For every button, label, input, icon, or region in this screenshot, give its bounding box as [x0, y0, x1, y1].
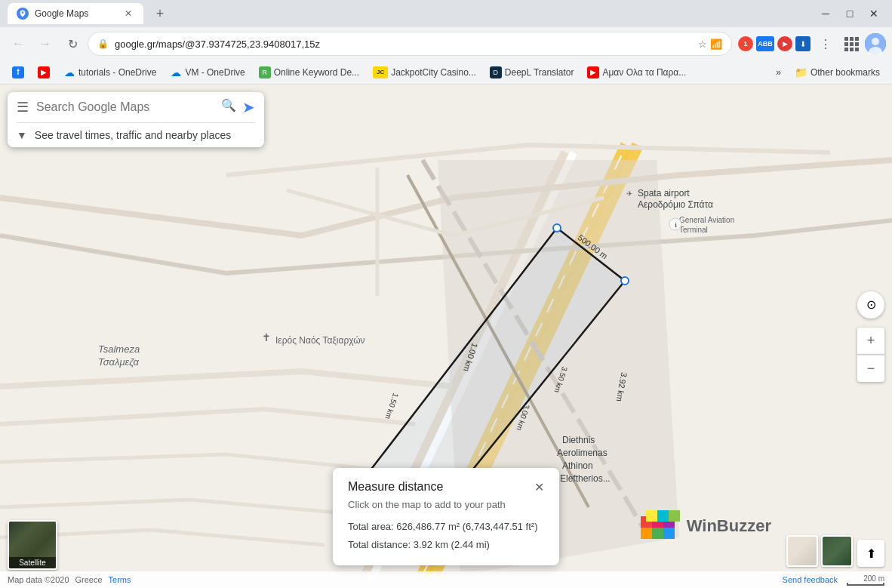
map-status-right: Send feedback 200 m	[783, 574, 884, 586]
profile-avatar[interactable]	[865, 33, 886, 54]
ext-icon1[interactable]: ABB	[756, 36, 774, 51]
zoom-out-button[interactable]: −	[857, 355, 884, 382]
scale-bar: 200 m	[847, 574, 884, 586]
bookmark-deepl[interactable]: D DeepL Translator	[484, 64, 580, 81]
map-container[interactable]: 500.00 m 3.92 km 1.00 km 2.50 km 1.50 km…	[0, 85, 892, 588]
bookmarks-bar: f ▶ ☁ tutorials - OneDrive ☁ VM - OneDri…	[0, 60, 892, 85]
svg-rect-7	[844, 48, 848, 51]
svg-text:✝: ✝	[262, 331, 271, 343]
region-text: Greece	[75, 575, 103, 584]
apps-icon[interactable]	[841, 33, 862, 54]
directions-icon[interactable]: ➤	[242, 98, 255, 116]
browser-tab-active[interactable]: Google Maps ✕	[8, 3, 143, 24]
search-icon[interactable]: 🔍	[221, 98, 236, 116]
address-bar[interactable]: 🔒 google.gr/maps/@37.9374725,23.9408017,…	[88, 32, 732, 56]
my-location-button[interactable]: ⊙	[857, 291, 884, 319]
popup-data: Total area: 626,486.77 m² (6,743,447.51 …	[348, 518, 544, 553]
lock-icon: 🔒	[97, 38, 109, 49]
feedback-link[interactable]: Send feedback	[783, 575, 838, 584]
bookmark-facebook[interactable]: f	[6, 64, 30, 81]
more-button[interactable]: ⋮	[814, 32, 838, 56]
svg-rect-49	[641, 528, 652, 539]
svg-rect-4	[844, 42, 848, 46]
satellite-layer[interactable]	[821, 535, 853, 567]
road-map-layer[interactable]	[786, 535, 818, 567]
winbuzzer-cube-icon	[641, 509, 682, 543]
road-map-thumb[interactable]	[786, 535, 818, 567]
od2-icon: ☁	[170, 66, 182, 79]
popup-header: Measure distance ✕	[348, 480, 544, 494]
cast-icon[interactable]: 📶	[710, 38, 722, 50]
close-button[interactable]: ✕	[863, 3, 884, 24]
svg-text:Eleftherios...: Eleftherios...	[560, 473, 611, 484]
bookmark-youtube[interactable]: ▶	[32, 64, 56, 81]
zoom-in-button[interactable]: +	[857, 328, 884, 355]
satellite-thumb-label: Satellite	[9, 557, 56, 568]
reload-button[interactable]: ↻	[60, 32, 85, 56]
nav-right: 1 ABB ▶ ⬇ ⋮	[738, 32, 886, 56]
bookmark-label: Αμαν Ολα τα Παρα...	[602, 67, 686, 78]
copyright-text: Map data ©2020	[8, 575, 69, 584]
popup-subtitle: Click on the map to add to your path	[348, 499, 544, 510]
search-panel: ☰ 🔍 ➤ ▼ See travel times, traffic and ne…	[8, 92, 264, 147]
search-box: ☰ 🔍 ➤ ▼ See travel times, traffic and ne…	[8, 92, 264, 147]
svg-rect-9	[855, 48, 859, 51]
ext-icon3[interactable]: ⬇	[795, 36, 810, 51]
svg-text:Ιερός Ναός Ταξιαρχών: Ιερός Ναός Ταξιαρχών	[275, 335, 365, 346]
chevron-down-icon: ▼	[17, 129, 27, 141]
svg-point-17	[621, 277, 629, 285]
bookmark-keyword[interactable]: R Online Keyword De...	[253, 64, 365, 81]
svg-rect-54	[669, 510, 680, 522]
svg-text:General Aviation: General Aviation	[679, 216, 734, 224]
expand-layers-button[interactable]: ⬆	[857, 540, 884, 567]
svg-text:Spata airport: Spata airport	[638, 188, 690, 199]
address-right-icons: ☆ 📶	[698, 38, 722, 50]
back-button[interactable]: ←	[6, 32, 30, 56]
svg-text:ℹ: ℹ	[675, 222, 677, 229]
svg-text:Diethnis: Diethnis	[562, 435, 595, 445]
svg-rect-53	[657, 510, 669, 522]
satellite-thumbnail[interactable]: Satellite	[8, 520, 57, 570]
bookmark-label: tutorials - OneDrive	[78, 67, 156, 78]
svg-text:Tsalmeza: Tsalmeza	[98, 343, 140, 355]
tab-title: Google Maps	[35, 8, 88, 19]
svg-text:Terminal: Terminal	[679, 226, 708, 234]
tab-favicon	[17, 8, 29, 20]
map-status-bar: Map data ©2020 Greece Terms Send feedbac…	[0, 571, 892, 588]
svg-text:Τσαλμεζα: Τσαλμεζα	[98, 356, 140, 368]
svg-point-16	[553, 224, 561, 232]
forward-button[interactable]: →	[33, 32, 57, 56]
winbuzzer-logo: WinBuzzer	[641, 509, 771, 543]
popup-close-button[interactable]: ✕	[534, 480, 544, 494]
star-icon[interactable]: ☆	[698, 38, 707, 50]
search-input-row: ☰ 🔍 ➤	[8, 92, 264, 122]
bookmark-jackpot[interactable]: JC JackpotCity Casino...	[367, 64, 482, 81]
see-travel-text: See travel times, traffic and nearby pla…	[35, 129, 231, 141]
layer-buttons-row: ⬆	[786, 535, 884, 567]
ext-badge1[interactable]: 1	[738, 36, 753, 51]
other-bookmarks-button[interactable]: 📁 Other bookmarks	[789, 64, 886, 81]
hamburger-icon[interactable]: ☰	[17, 99, 29, 115]
other-bookmarks-label: Other bookmarks	[810, 67, 880, 78]
svg-rect-5	[850, 42, 854, 46]
terms-link[interactable]: Terms	[109, 575, 131, 584]
svg-text:Aerolimenas: Aerolimenas	[557, 448, 607, 458]
see-travel-row[interactable]: ▼ See travel times, traffic and nearby p…	[8, 123, 264, 147]
search-icons-right: 🔍 ➤	[221, 98, 255, 116]
total-distance-text: Total distance: 3.92 km (2.44 mi)	[348, 536, 544, 553]
bookmark-onedrive1[interactable]: ☁ tutorials - OneDrive	[57, 64, 162, 81]
satellite-layer-thumb[interactable]	[821, 535, 853, 567]
ext-icon2[interactable]: ▶	[777, 36, 792, 51]
minimize-button[interactable]: ─	[815, 3, 836, 24]
browser-frame: Google Maps ✕ + ─ □ ✕ ← → ↻ 🔒 google.gr/…	[0, 0, 892, 588]
winbuzzer-text: WinBuzzer	[687, 516, 771, 536]
search-input[interactable]	[36, 100, 214, 114]
bookmark-onedrive2[interactable]: ☁ VM - OneDrive	[164, 64, 251, 81]
maximize-button[interactable]: □	[839, 3, 860, 24]
bookmark-yt2[interactable]: ▶ Αμαν Ολα τα Παρα...	[581, 64, 692, 81]
svg-rect-2	[850, 37, 854, 41]
tab-close-button[interactable]: ✕	[122, 8, 134, 20]
bookmarks-more-button[interactable]: »	[770, 65, 787, 80]
svg-rect-3	[855, 37, 859, 41]
new-tab-button[interactable]: +	[149, 3, 171, 24]
